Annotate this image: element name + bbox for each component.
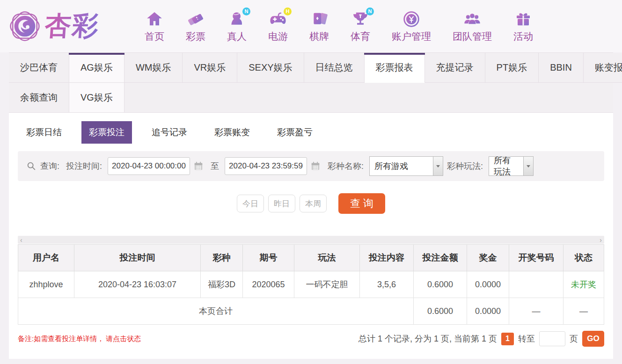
account-coin-icon	[402, 10, 421, 29]
header-draw-number: 开奖号码	[509, 245, 563, 271]
calendar-icon[interactable]	[310, 161, 321, 171]
lottery-subtabs: 彩票日结 彩票投注 追号记录 彩票账变 彩票盈亏	[18, 121, 604, 144]
summary-label: 本页合计	[18, 298, 414, 325]
tab-daily-summary[interactable]: 日结总览	[304, 53, 365, 83]
new-badge: N	[366, 7, 374, 15]
search-icon	[26, 161, 37, 171]
lottery-ticket-icon	[186, 10, 205, 29]
report-tab-strip: 沙巴体育 AG娱乐 WM娱乐 VR娱乐 SEXY娱乐 日结总览 彩票报表 充提记…	[9, 52, 613, 113]
table-row: zhhplove 2020-04-23 16:03:07 福彩3D 202006…	[18, 271, 604, 298]
go-button[interactable]: GO	[582, 331, 604, 347]
cell-bet-content: 3,5,6	[360, 271, 414, 298]
new-badge: N	[242, 7, 250, 15]
header-bet-content: 投注内容	[360, 245, 414, 271]
trophy-icon: N	[351, 10, 370, 29]
tab-vr[interactable]: VR娱乐	[183, 53, 237, 83]
cell-bet-amount: 0.6000	[414, 271, 467, 298]
subtab-lottery-account-change[interactable]: 彩票账变	[207, 121, 257, 144]
game-name-label: 彩种名称:	[328, 160, 364, 172]
header-username: 用户名	[18, 245, 74, 271]
cell-bet-time: 2020-04-23 16:03:07	[74, 271, 201, 298]
end-time-input[interactable]	[225, 157, 307, 175]
tab-saba-sports[interactable]: 沙巴体育	[9, 53, 69, 83]
calendar-icon[interactable]	[193, 161, 204, 171]
page-number-button[interactable]: 1	[501, 333, 514, 345]
hot-badge: H	[284, 7, 292, 15]
playing-cards-icon	[310, 10, 329, 29]
header-status: 状态	[563, 245, 604, 271]
subtab-chase-records[interactable]: 追号记录	[144, 121, 195, 144]
tab-lottery-report[interactable]: 彩票报表	[365, 53, 425, 83]
nav-chess[interactable]: 棋牌	[299, 10, 340, 43]
query-label: 查询:	[40, 160, 59, 172]
yesterday-button[interactable]: 昨日	[268, 195, 295, 212]
nav-activity[interactable]: 活动	[503, 10, 544, 43]
subtab-lottery-profit-loss[interactable]: 彩票盈亏	[270, 121, 320, 144]
header: 杏彩 首页 彩票 N	[0, 0, 622, 52]
nav-account-management[interactable]: 账户管理	[381, 10, 442, 43]
chevron-down-icon	[523, 157, 533, 175]
tab-wm[interactable]: WM娱乐	[124, 53, 183, 83]
nav-lottery[interactable]: 彩票	[175, 10, 216, 43]
play-select-value: 所有玩法	[489, 157, 523, 175]
pagination-summary: 总计 1 个记录, 分为 1 页, 当前第 1 页	[359, 333, 497, 344]
table-header-row: 用户名 投注时间 彩种 期号 玩法 投注内容 投注金额 奖金 开奖号码 状态	[18, 245, 604, 271]
play-select[interactable]: 所有玩法	[489, 156, 534, 176]
summary-status: —	[563, 298, 604, 325]
home-icon	[145, 10, 164, 29]
cell-draw-number	[509, 271, 563, 298]
tab-bbin[interactable]: BBIN	[539, 53, 584, 83]
start-time-input[interactable]	[108, 157, 190, 175]
search-filter-bar: 查询: 投注时间: 至 彩种名称: 所有游戏 彩种玩法: 所有玩法	[18, 151, 604, 181]
tab-row-1: 沙巴体育 AG娱乐 WM娱乐 VR娱乐 SEXY娱乐 日结总览 彩票报表 充提记…	[9, 53, 613, 83]
cell-status[interactable]: 未开奖	[563, 271, 604, 298]
scroll-right-icon[interactable]: ›	[600, 237, 602, 243]
table-horizontal-scrollbar[interactable]: ‹ ›	[18, 236, 604, 244]
tab-deposit-withdraw-records[interactable]: 充提记录	[425, 53, 485, 83]
gift-icon	[514, 10, 533, 29]
goto-page-input[interactable]	[539, 331, 565, 346]
table-footer: 备注:如需查看投注单详情， 请点击状态 总计 1 个记录, 分为 1 页, 当前…	[18, 331, 604, 347]
tab-pt[interactable]: PT娱乐	[485, 53, 539, 83]
nav-egames[interactable]: H 电游	[257, 10, 299, 43]
pagination: 总计 1 个记录, 分为 1 页, 当前第 1 页 1 转至 页 GO	[359, 331, 604, 347]
goto-label: 转至	[518, 333, 535, 344]
summary-prize: 0.0000	[467, 298, 509, 325]
gamepad-icon: H	[269, 10, 287, 29]
tab-vg[interactable]: VG娱乐	[69, 83, 124, 113]
table-summary-row: 本页合计 0.6000 0.0000 — —	[18, 298, 604, 325]
search-button[interactable]: 查 询	[338, 193, 385, 214]
cell-play: 一码不定胆	[294, 271, 360, 298]
brand-emblem-icon	[5, 6, 45, 46]
nav-home[interactable]: 首页	[134, 10, 175, 43]
tab-ag[interactable]: AG娱乐	[69, 53, 124, 83]
cell-username: zhhplove	[18, 271, 74, 298]
tab-sexy[interactable]: SEXY娱乐	[237, 53, 304, 83]
nav-team-management[interactable]: 团队管理	[442, 10, 503, 43]
game-select[interactable]: 所有游戏	[369, 156, 443, 176]
tab-row-2: 余额查询 VG娱乐	[9, 83, 613, 113]
to-label: 至	[211, 160, 219, 172]
today-button[interactable]: 今日	[237, 195, 264, 212]
header-play: 玩法	[294, 245, 360, 271]
scroll-left-icon[interactable]: ‹	[20, 237, 22, 243]
header-lottery: 彩种	[201, 245, 243, 271]
subtab-lottery-bets[interactable]: 彩票投注	[81, 121, 132, 144]
subtab-lottery-daily[interactable]: 彩票日结	[19, 121, 69, 144]
bets-table: 用户名 投注时间 彩种 期号 玩法 投注内容 投注金额 奖金 开奖号码 状态 z…	[18, 244, 604, 325]
cell-prize: 0.0000	[467, 271, 509, 298]
chevron-down-icon	[433, 157, 443, 175]
nav-live[interactable]: N 真人	[216, 10, 257, 43]
nav-sports[interactable]: N 体育	[340, 10, 381, 43]
quick-filter-row: 今日 昨日 本周 查 询	[18, 193, 604, 214]
play-type-label: 彩种玩法:	[447, 160, 483, 172]
summary-bet-amount: 0.6000	[414, 298, 467, 325]
game-select-value: 所有游戏	[370, 157, 433, 175]
tab-balance-query[interactable]: 余额查询	[9, 83, 69, 113]
this-week-button[interactable]: 本周	[300, 195, 327, 212]
tab-account-change-report[interactable]: 账变报表	[584, 53, 622, 83]
live-person-icon: N	[227, 10, 246, 29]
team-group-icon	[463, 10, 482, 29]
brand-logo[interactable]: 杏彩	[5, 6, 121, 46]
tab-row-filler	[124, 83, 613, 113]
